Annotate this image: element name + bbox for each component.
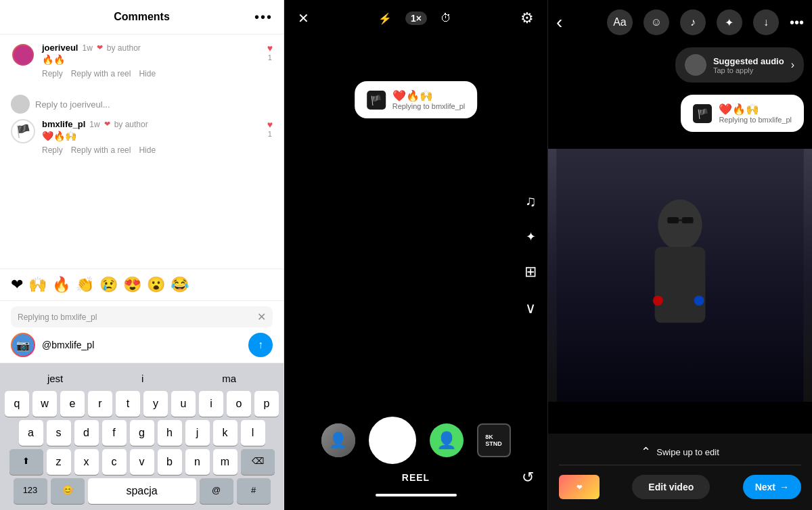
story-download-tool[interactable]: ↓ [753,9,779,35]
reel-layout-icon[interactable]: ⊞ [524,263,537,281]
send-button[interactable]: ↑ [248,333,273,357]
key-n[interactable]: n [185,449,210,475]
reel-speed-btn[interactable]: 1× [405,11,427,25]
reel-capture-button[interactable] [369,417,416,464]
reply-btn-2[interactable]: Reply [42,145,63,155]
story-text-tool[interactable]: Aa [607,9,633,35]
reel-music-icon[interactable]: ♫ [525,193,537,210]
reel-8k-button[interactable]: 8KSTND [477,423,511,457]
emoji-raise[interactable]: 🙌 [28,276,47,294]
key-r[interactable]: r [88,391,112,417]
key-hash[interactable]: # [237,478,271,504]
key-j[interactable]: j [185,420,210,446]
key-y[interactable]: y [143,391,168,417]
story-sticker-bubble: 🏴 ❤️🔥🙌 Replying to bmxlife_pl [681,95,804,132]
replying-to-close-icon[interactable]: ✕ [257,310,266,323]
suggestion-1[interactable]: jest [42,371,68,386]
reel-settings-icon[interactable]: ⚙ [520,9,534,27]
key-f[interactable]: f [102,420,127,446]
key-k[interactable]: k [213,420,238,446]
comment-heart-1: ❤ [97,43,103,52]
key-p[interactable]: p [254,391,279,417]
comment-like-2[interactable]: ♥ 1 [267,119,273,155]
reply-reel-btn-1[interactable]: Reply with a reel [71,69,131,78]
next-button[interactable]: Next → [743,475,801,499]
suggestion-3[interactable]: ma [217,371,242,386]
reel-timer-icon[interactable]: ⏱ [441,12,451,24]
key-z[interactable]: z [47,449,71,475]
key-q[interactable]: q [5,391,29,417]
comment-like-1[interactable]: ♥ 1 [267,43,273,78]
comments-menu-button[interactable]: ••• [254,9,273,25]
input-avatar: 📷 [11,333,35,357]
like-count-2: 1 [268,130,272,138]
emoji-clap[interactable]: 👏 [76,276,94,294]
reel-close-icon[interactable]: ✕ [298,10,309,26]
keyboard-row-1: q w e r t y u i o p [3,391,281,417]
story-more-button[interactable]: ••• [790,15,804,30]
suggested-audio-card[interactable]: Suggested audio Tap to apply › [675,47,804,83]
suggested-audio-subtitle: Tap to apply [713,66,784,74]
comment-meta-1: joeriveul 1w ❤ by author [42,43,261,53]
key-emoji[interactable]: 😊 [51,478,85,504]
key-h[interactable]: h [158,420,182,446]
key-x[interactable]: x [74,449,99,475]
emoji-love[interactable]: 😍 [123,276,141,294]
hide-btn-2[interactable]: Hide [139,145,156,155]
story-thumbnail-card[interactable]: ❤ [559,475,600,499]
reel-person-button[interactable]: 👤 [430,423,464,457]
emoji-heart[interactable]: ❤ [11,276,23,294]
story-emoji-tool[interactable]: ☺ [644,9,669,35]
story-music-tool[interactable]: ♪ [680,9,706,35]
reply-to-box: Reply to joeriveul... [11,89,273,119]
key-at[interactable]: @ [200,478,233,504]
key-w[interactable]: w [32,391,57,417]
comment-input[interactable] [42,340,242,350]
thumbnail-label: ❤ [577,484,582,491]
emoji-wow[interactable]: 😮 [147,276,165,294]
key-o[interactable]: o [227,391,251,417]
comment-time-1: 1w [82,43,92,53]
key-s[interactable]: s [47,420,71,446]
key-t[interactable]: t [116,391,140,417]
story-sparkle-tool[interactable]: ✦ [717,9,742,35]
reel-flash-icon[interactable]: ⚡ [378,12,392,25]
story-sticker-content: ❤️🔥🙌 Replying to bmxlife_pl [719,103,792,124]
story-top-bar: ‹ Aa ☺ ♪ ✦ ↓ ••• [548,0,812,45]
sparkle-icon: ✦ [725,16,734,29]
emoji-laugh[interactable]: 😂 [171,276,189,294]
key-v[interactable]: v [130,449,154,475]
key-i[interactable]: i [199,391,223,417]
emoji-fire[interactable]: 🔥 [52,276,70,294]
key-u[interactable]: u [171,391,196,417]
edit-video-button[interactable]: Edit video [632,475,710,499]
key-c[interactable]: c [102,449,127,475]
reel-flip-icon[interactable]: ↺ [522,469,534,486]
hide-btn-1[interactable]: Hide [139,69,156,78]
key-b[interactable]: b [158,449,182,475]
key-d[interactable]: d [74,420,99,446]
key-backspace[interactable]: ⌫ [241,449,275,475]
key-a[interactable]: a [19,420,43,446]
input-avatar-inner: 📷 [12,334,34,356]
key-g[interactable]: g [130,420,154,446]
comment-content-1: joeriveul 1w ❤ by author 🔥🔥 Reply Reply … [42,43,261,78]
key-l[interactable]: l [241,420,265,446]
key-space[interactable]: spacja [88,478,196,504]
reply-btn-1[interactable]: Reply [42,69,63,78]
reel-thumbnail-photo[interactable]: 👤 [321,423,355,457]
key-m[interactable]: m [213,449,238,475]
suggestion-2[interactable]: i [136,371,149,386]
emoji-cry[interactable]: 😢 [99,276,118,294]
story-bottom-actions: ❤ Edit video Next → [559,475,801,499]
comment-actions-2: Reply Reply with a reel Hide [42,145,261,155]
reel-effects-icon[interactable]: ✦ [526,229,536,244]
key-e[interactable]: e [60,391,85,417]
reel-scroll-down-icon[interactable]: ∨ [525,300,536,317]
like-count-1: 1 [268,53,272,62]
key-shift[interactable]: ⬆ [9,449,43,475]
reply-reel-btn-2[interactable]: Reply with a reel [71,145,131,155]
key-num[interactable]: 123 [14,478,47,504]
reply-to-text[interactable]: Reply to joeriveul... [35,99,110,110]
story-back-icon[interactable]: ‹ [556,11,562,33]
